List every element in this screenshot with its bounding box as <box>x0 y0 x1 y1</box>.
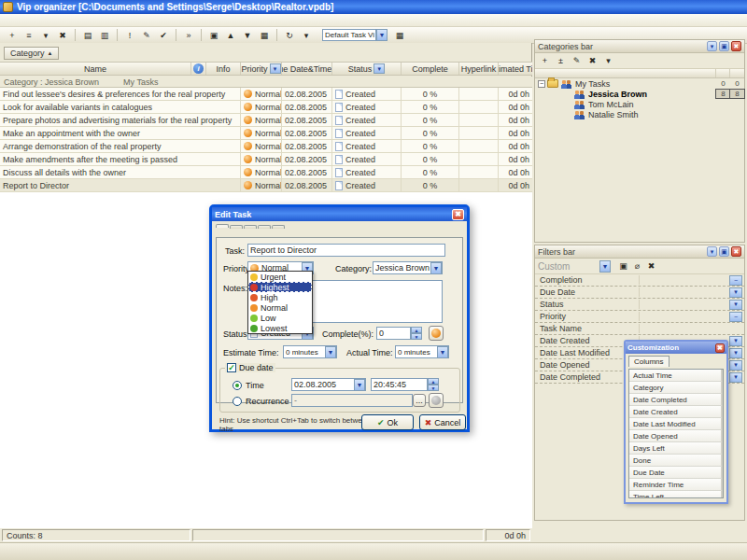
cancel-button[interactable]: ✖Cancel <box>419 414 466 430</box>
priority-option[interactable]: Normal <box>248 302 312 313</box>
priority-option[interactable]: Urgent <box>248 272 312 282</box>
task-view-combo[interactable]: Default Task Vi ▼ <box>322 29 388 41</box>
categories-toolbar-icon[interactable]: ✎ <box>570 54 584 67</box>
recurrence-radio[interactable]: Recurrence <box>233 397 289 406</box>
tab-columns[interactable]: Columns <box>628 356 669 367</box>
filter-row[interactable]: Status ▾ <box>535 299 744 311</box>
filter-row-button[interactable]: − <box>729 312 742 322</box>
categories-toolbar-icon[interactable]: + <box>538 54 552 67</box>
toolbar-icon[interactable]: ▦ <box>392 28 407 42</box>
categories-toolbar-icon[interactable]: ✖ <box>585 54 599 67</box>
due-date-checkbox[interactable]: ✓Due date <box>225 363 275 372</box>
expand-icon[interactable]: − <box>538 80 545 88</box>
column-header-due[interactable]: Due Date&Time▼ <box>282 63 332 75</box>
spin-up-icon[interactable]: ▲ <box>411 327 422 333</box>
actual-time-combo[interactable]: 0 minutes ▼ <box>395 345 449 358</box>
categories-toolbar-icon[interactable]: ± <box>554 54 568 67</box>
priority-filter-icon[interactable]: ▼ <box>270 63 281 74</box>
category-tree-item[interactable]: Natalie Smith <box>535 109 744 119</box>
toolbar-icon[interactable]: ▦ <box>257 28 272 42</box>
close-icon[interactable]: ✖ <box>731 41 741 51</box>
chevron-down-icon[interactable]: ▼ <box>325 346 336 358</box>
chevron-down-icon[interactable]: ▼ <box>354 379 365 391</box>
categories-toolbar-icon[interactable]: ▾ <box>601 54 615 67</box>
column-header-name[interactable]: Name <box>0 63 191 75</box>
toolbar-icon[interactable]: ▼ <box>240 28 255 42</box>
customization-column-item[interactable]: Date Last Modified <box>629 418 723 430</box>
column-header-complete[interactable]: Complete <box>402 63 459 75</box>
dialog-tab[interactable] <box>216 224 229 228</box>
ok-button[interactable]: ✔Ok <box>361 414 414 430</box>
column-header-hyperlink[interactable]: Hyperlink <box>459 63 499 75</box>
priority-quick-button[interactable] <box>429 326 444 341</box>
toolbar-icon[interactable]: + <box>5 28 20 42</box>
chevron-down-icon[interactable]: ▼ <box>430 262 442 274</box>
filter-row-button[interactable]: ▾ <box>729 300 742 310</box>
priority-option[interactable]: High <box>248 292 312 302</box>
chevron-down-icon[interactable]: ▼ <box>376 29 388 41</box>
task-row[interactable]: Find out lessee's desires & preferences … <box>0 88 532 101</box>
toolbar-icon[interactable]: ✎ <box>139 28 154 42</box>
complete-spinner[interactable]: 0 ▲▼ <box>376 327 421 340</box>
filter-row[interactable]: Completion − <box>535 274 744 287</box>
estimate-time-combo[interactable]: 0 minutes ▼ <box>283 345 337 358</box>
column-header-status[interactable]: Status▼ <box>332 63 402 75</box>
task-name-input[interactable]: Report to Director <box>247 244 445 257</box>
toolbar-icon[interactable] <box>276 29 277 41</box>
toolbar-icon[interactable]: » <box>181 28 196 42</box>
close-icon[interactable]: ✖ <box>731 246 741 257</box>
customization-column-item[interactable]: Time Left <box>629 491 723 498</box>
status-filter-icon[interactable]: ▼ <box>374 63 385 74</box>
customization-column-item[interactable]: Due Date <box>629 467 723 479</box>
customization-column-item[interactable]: Days Left <box>629 442 723 455</box>
toolbar-icon[interactable] <box>117 29 118 41</box>
customization-column-item[interactable]: Date Opened <box>629 430 723 442</box>
dialog-tab[interactable] <box>244 225 257 229</box>
category-combo[interactable]: Jessica Brown ▼ <box>373 261 443 274</box>
toolbar-icon[interactable]: ▲ <box>223 28 238 42</box>
filter-preset-combo[interactable]: Custom ▼ <box>538 260 611 273</box>
filter-row-button[interactable]: ▾ <box>729 336 742 346</box>
chevron-down-icon[interactable]: ▼ <box>599 260 611 273</box>
priority-option[interactable]: Lowest <box>248 323 312 333</box>
panel-pin-icon[interactable]: ▣ <box>719 41 729 51</box>
toolbar-icon[interactable]: ▣ <box>206 28 221 42</box>
spin-up-icon[interactable]: ▲ <box>428 378 439 385</box>
toolbar-icon[interactable]: ✖ <box>55 28 70 42</box>
toolbar-icon[interactable] <box>176 29 176 41</box>
toolbar-icon[interactable]: ≡ <box>21 28 36 42</box>
task-row[interactable]: Make an appointment with the owner Norma… <box>0 127 532 140</box>
priority-option[interactable]: Low <box>248 313 312 323</box>
toolbar-icon[interactable]: ▤ <box>80 28 95 42</box>
column-header-info[interactable]: Info <box>206 63 241 75</box>
group-by-category-button[interactable]: Category▲ <box>4 47 59 60</box>
toolbar-icon[interactable] <box>75 29 76 41</box>
dialog-tab[interactable] <box>230 225 243 229</box>
due-time-spinner[interactable]: 20:45:45 ▲▼ <box>371 378 438 391</box>
column-header-estimated[interactable]: Estimated Time <box>499 63 532 75</box>
customization-column-item[interactable]: Actual Time <box>629 370 723 382</box>
filter-row-button[interactable]: − <box>729 275 742 286</box>
toolbar-icon[interactable]: ▾ <box>299 28 314 42</box>
panel-menu-icon[interactable]: ▾ <box>707 246 717 257</box>
filter-row-button[interactable]: ▾ <box>729 287 742 298</box>
category-tree-item[interactable]: Tom McLain <box>535 99 744 109</box>
dialog-tab[interactable] <box>258 225 271 229</box>
task-row[interactable]: Discuss all details with the owner Norma… <box>0 166 532 179</box>
customization-column-item[interactable]: Reminder Time <box>629 479 723 491</box>
task-row[interactable]: Prepare photos and advertising materials… <box>0 114 532 127</box>
group-row[interactable]: Category : Jessica Brown My Tasks <box>0 77 532 88</box>
task-row[interactable]: Arrange demonstration of the real proper… <box>0 140 532 153</box>
panel-pin-icon[interactable]: ▣ <box>719 246 729 257</box>
spin-down-icon[interactable]: ▼ <box>428 385 439 391</box>
task-row[interactable]: Report to Director Normal 02.08.2005 Cre… <box>0 179 532 192</box>
task-row[interactable]: Make amendments after the meeting is pas… <box>0 153 532 166</box>
close-icon[interactable]: ✖ <box>715 343 725 353</box>
dialog-tab[interactable] <box>272 225 285 229</box>
time-radio[interactable]: Time <box>233 381 264 390</box>
chevron-down-icon[interactable]: ▼ <box>437 346 448 358</box>
category-tree-item[interactable]: Jessica Brown 8 8 <box>535 89 744 99</box>
toolbar-icon[interactable]: ✔ <box>156 28 171 42</box>
filter-row[interactable]: Priority − <box>535 311 744 323</box>
customization-column-item[interactable]: Date Completed <box>629 394 723 406</box>
